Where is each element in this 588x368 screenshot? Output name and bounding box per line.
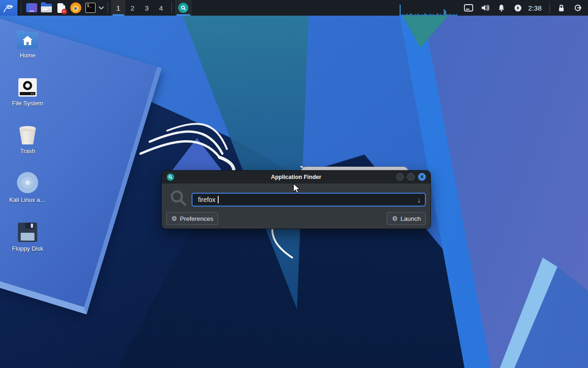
workspace-3[interactable]: 3 — [140, 0, 154, 16]
logout-icon — [574, 4, 582, 12]
lock-icon — [558, 4, 565, 12]
top-panel: ✎ $_ 1 2 3 4 — [0, 0, 588, 16]
desktop-icon-floppy[interactable]: Floppy Disk — [6, 218, 50, 252]
launcher-desktop[interactable] — [24, 0, 39, 16]
launch-gear-icon: ⚙ — [392, 215, 398, 222]
launch-button[interactable]: ⚙ Launch — [387, 212, 426, 225]
notification-bell-icon — [498, 4, 505, 12]
preferences-button[interactable]: ⚙ Preferences — [166, 212, 218, 225]
home-folder-icon — [17, 32, 38, 49]
launcher-terminal[interactable]: $_ — [83, 0, 98, 16]
launcher-text-editor[interactable]: ✎ — [54, 0, 68, 16]
application-finder-window: Application Finder ✕ firefox ↓ ⚙ Prefere… — [162, 171, 430, 229]
trash-icon — [18, 126, 37, 144]
volume-control[interactable] — [477, 0, 493, 16]
lock-screen-button[interactable] — [553, 0, 570, 16]
search-input-value: firefox — [198, 196, 215, 203]
terminal-icon: $_ — [85, 3, 96, 13]
desktop-icon-label: Floppy Disk — [12, 245, 43, 252]
dropdown-arrow-icon[interactable]: ↓ — [418, 196, 421, 204]
search-input[interactable]: firefox ↓ — [192, 193, 426, 207]
desktop-icon-home[interactable]: Home — [6, 25, 50, 59]
touchpad-indicator[interactable] — [460, 0, 477, 16]
close-button[interactable]: ✕ — [418, 173, 426, 181]
desktop-icon-file-system[interactable]: File System — [6, 73, 50, 107]
desktop-icon-label: File System — [12, 100, 43, 107]
workspace-1[interactable]: 1 — [111, 0, 125, 16]
launch-button-label: Launch — [401, 215, 421, 222]
desktop-icon-label: Kali Linux a… — [9, 196, 46, 203]
kali-dragon-icon — [3, 2, 15, 14]
app-finder-icon — [167, 173, 174, 181]
search-icon — [170, 189, 188, 209]
maximize-button[interactable] — [407, 173, 415, 181]
touchpad-icon — [464, 4, 473, 12]
mouse-cursor — [293, 183, 301, 194]
launcher-file-manager[interactable] — [39, 0, 54, 16]
desktop-icon — [26, 3, 37, 12]
launcher-firefox[interactable] — [68, 0, 83, 16]
chevron-down-icon — [99, 6, 104, 10]
logout-button[interactable] — [570, 0, 586, 16]
firefox-icon — [70, 2, 81, 13]
cpu-graph[interactable] — [400, 2, 460, 16]
desktop-icon-label: Trash — [20, 148, 35, 155]
gear-icon: ⚙ — [171, 215, 177, 222]
desktop-icon-trash[interactable]: Trash — [6, 121, 50, 155]
preferences-button-label: Preferences — [180, 215, 214, 222]
terminal-dropdown[interactable] — [98, 0, 104, 16]
text-editor-icon: ✎ — [57, 3, 65, 13]
power-manager[interactable] — [510, 0, 526, 16]
notifications[interactable] — [493, 0, 510, 16]
titlebar[interactable]: Application Finder ✕ — [162, 171, 430, 184]
window-title: Application Finder — [162, 174, 430, 180]
panel-separator — [107, 2, 108, 13]
panel-separator — [171, 2, 172, 13]
panel-separator — [549, 2, 550, 13]
app-finder-icon — [178, 3, 188, 13]
workspace-2[interactable]: 2 — [125, 0, 140, 16]
file-manager-icon — [41, 4, 52, 12]
power-manager-icon — [514, 4, 522, 12]
applications-menu-button[interactable] — [0, 0, 17, 16]
volume-icon — [481, 4, 489, 12]
cdrom-icon — [17, 172, 38, 193]
drive-icon — [18, 78, 37, 97]
panel-separator — [21, 2, 21, 13]
desktop-icon-label: Home — [20, 52, 36, 59]
clock[interactable]: 2:38 — [526, 4, 546, 12]
text-caret — [218, 196, 219, 203]
minimize-button[interactable] — [396, 173, 404, 181]
desktop-icon-kali-cdrom[interactable]: Kali Linux a… — [6, 169, 50, 203]
taskbar-application-finder[interactable] — [175, 0, 192, 16]
floppy-icon — [18, 223, 37, 242]
workspace-4[interactable]: 4 — [154, 0, 168, 16]
